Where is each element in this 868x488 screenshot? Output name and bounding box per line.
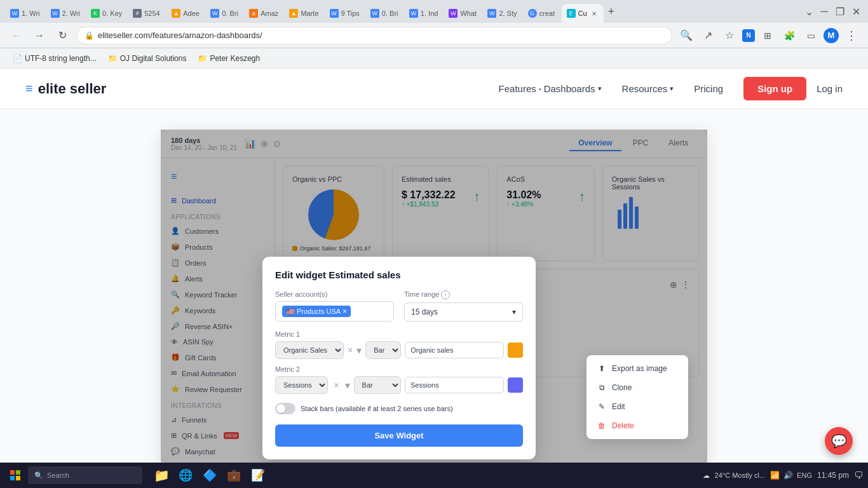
time-range-info-icon[interactable]: i	[441, 290, 450, 299]
tab-favicon-14: G	[528, 9, 537, 18]
time-range-select[interactable]: 15 days ▾	[404, 302, 523, 322]
tab-8[interactable]: ▲ Marte	[284, 4, 323, 23]
tab-13[interactable]: W 2. Sty	[482, 4, 522, 23]
resources-nav[interactable]: Resources ▾	[622, 83, 674, 94]
chat-widget-button[interactable]: 💬	[825, 427, 853, 455]
tab-5[interactable]: ▲ Adee	[166, 4, 205, 23]
metric1-chart-select[interactable]: Bar	[365, 341, 401, 359]
tab-11[interactable]: W 1. Ind	[404, 4, 444, 23]
taskbar-word[interactable]: 📝	[247, 464, 269, 487]
context-edit[interactable]: ✎ Edit	[587, 397, 688, 416]
forward-button[interactable]: →	[31, 27, 48, 44]
tab-2[interactable]: W 2. Wri	[46, 4, 86, 23]
language-indicator[interactable]: ENG	[797, 471, 812, 479]
svg-rect-0	[10, 470, 15, 475]
taskbar-chrome[interactable]: 🌐	[174, 464, 197, 487]
tab-1[interactable]: W 1. Wri	[5, 4, 45, 23]
tab-9[interactable]: W 9 Tips	[325, 4, 365, 23]
metric1-type-select[interactable]: Organic Sales	[275, 341, 344, 359]
tab-6[interactable]: W 0. Bri	[205, 4, 243, 23]
tab-10[interactable]: W 0. Bri	[365, 4, 403, 23]
profile-avatar[interactable]: M	[824, 28, 839, 43]
grid-ext-icon[interactable]: ⊞	[759, 27, 776, 44]
tab-label-9: 9 Tips	[341, 10, 360, 17]
windows-logo-icon	[10, 470, 20, 480]
bookmark-peter[interactable]: 📁 Peter Keszegh	[193, 51, 265, 65]
seller-account-input[interactable]: 🇺🇸 Products USA ×	[275, 301, 394, 322]
minimize-button[interactable]: ─	[818, 6, 831, 17]
metric1-name-input[interactable]	[405, 342, 504, 358]
time-range-chevron-icon: ▾	[512, 308, 516, 316]
tab-label-3: 0. Key	[102, 10, 122, 17]
context-delete[interactable]: 🗑 Delete	[587, 416, 688, 435]
taskbar-clock[interactable]: 11:45 pm	[817, 471, 849, 480]
taskbar: 🔍 Search 📁 🌐 🔷 💼 📝 ☁ 24°C Mostly cl... 📶…	[0, 463, 868, 488]
bookmark-icon-2: 📁	[108, 54, 118, 63]
metric2-type-select[interactable]: Sessions	[275, 376, 328, 394]
tag-remove-button[interactable]: ×	[342, 307, 347, 316]
notification-icon[interactable]: 🗨	[854, 470, 863, 480]
network-icon[interactable]: 📶	[770, 471, 780, 480]
tab-15-active[interactable]: E Cu ✕	[562, 4, 604, 23]
metric1-remove-icon[interactable]: ×	[348, 345, 353, 355]
bookmark-star-icon[interactable]: ☆	[721, 27, 738, 44]
stack-bars-toggle[interactable]	[275, 403, 295, 414]
new-tab-button[interactable]: +	[604, 5, 619, 22]
puzzle-ext-icon[interactable]: 🧩	[780, 27, 798, 44]
taskbar-weather-text: 24°C Mostly cl...	[715, 471, 766, 479]
taskbar-file-explorer[interactable]: 📁	[150, 464, 173, 487]
navbar: ≡ elite seller Features • Dashboards ▾ R…	[0, 69, 868, 109]
metric2-remove-icon[interactable]: ×	[332, 380, 341, 390]
extension-icon[interactable]: ↗	[699, 27, 717, 44]
tab-12[interactable]: W What	[444, 4, 482, 23]
menu-icon[interactable]: ⋮	[843, 27, 860, 44]
bookmark-oj[interactable]: 📁 OJ Digital Solutions	[103, 51, 192, 65]
tab-7[interactable]: a Amaz	[244, 4, 283, 23]
flag-icon: 🇺🇸	[286, 308, 295, 316]
taskbar-vscode[interactable]: 🔷	[198, 464, 221, 487]
metric2-dropdown-icon[interactable]: ▾	[345, 379, 350, 391]
url-bar[interactable]: 🔒 eliteseller.com/features/amazon-dashbo…	[76, 27, 672, 44]
pricing-nav[interactable]: Pricing	[694, 83, 723, 94]
edit-icon: ✎	[597, 402, 607, 411]
context-export-image[interactable]: ⬆ Export as image	[587, 359, 688, 378]
tab-3[interactable]: K 0. Key	[86, 4, 127, 23]
bookmark-utf8[interactable]: 📄 UTF-8 string length...	[8, 51, 102, 65]
logo[interactable]: ≡ elite seller	[25, 81, 106, 97]
tab-label-8: Marte	[301, 10, 318, 17]
tab-14[interactable]: G creat	[523, 4, 561, 23]
tab-label-10: 0. Bri	[382, 10, 398, 17]
metric2-name-input[interactable]	[405, 377, 504, 393]
tab-label-13: 2. Sty	[499, 10, 517, 17]
volume-icon[interactable]: 🔊	[783, 471, 793, 480]
close-window-button[interactable]: ✕	[850, 6, 863, 18]
metric2-chart-select[interactable]: Bar	[354, 376, 401, 394]
back-button[interactable]: ←	[8, 27, 25, 44]
taskbar-search[interactable]: 🔍 Search	[28, 466, 142, 484]
context-clone[interactable]: ⧉ Clone	[587, 378, 688, 397]
start-button[interactable]	[5, 465, 25, 485]
tab-list-button[interactable]: ⌄	[803, 6, 816, 18]
sidebar-toggle-icon[interactable]: ▭	[802, 27, 820, 44]
taskbar-weather: ☁	[703, 471, 710, 480]
tab-close-15[interactable]: ✕	[590, 9, 599, 18]
metric2-color-swatch[interactable]	[508, 377, 523, 393]
metric1-color-swatch[interactable]	[508, 342, 523, 358]
tab-4[interactable]: # 5254	[128, 4, 166, 23]
save-widget-button[interactable]: Save Widget	[275, 424, 523, 447]
restore-button[interactable]: ❐	[833, 6, 847, 18]
reload-button[interactable]: ↻	[53, 27, 71, 44]
news-ext-icon[interactable]: N	[742, 29, 755, 42]
metric1-dropdown-icon[interactable]: ▾	[356, 344, 362, 356]
signup-button[interactable]: Sign up	[743, 77, 806, 100]
website-content: ≡ elite seller Features • Dashboards ▾ R…	[0, 69, 868, 463]
features-nav[interactable]: Features • Dashboards ▾	[499, 83, 602, 94]
lock-icon: 🔒	[85, 31, 94, 40]
seller-account-label: Seller account(s)	[275, 290, 394, 298]
edit-label: Edit	[612, 402, 625, 411]
taskbar-teams[interactable]: 💼	[222, 464, 245, 487]
bookmarks-bar: 📄 UTF-8 string length... 📁 OJ Digital So…	[0, 48, 868, 69]
login-button[interactable]: Log in	[817, 83, 843, 94]
address-bar: ← → ↻ 🔒 eliteseller.com/features/amazon-…	[0, 23, 868, 48]
search-icon[interactable]: 🔍	[677, 27, 695, 44]
